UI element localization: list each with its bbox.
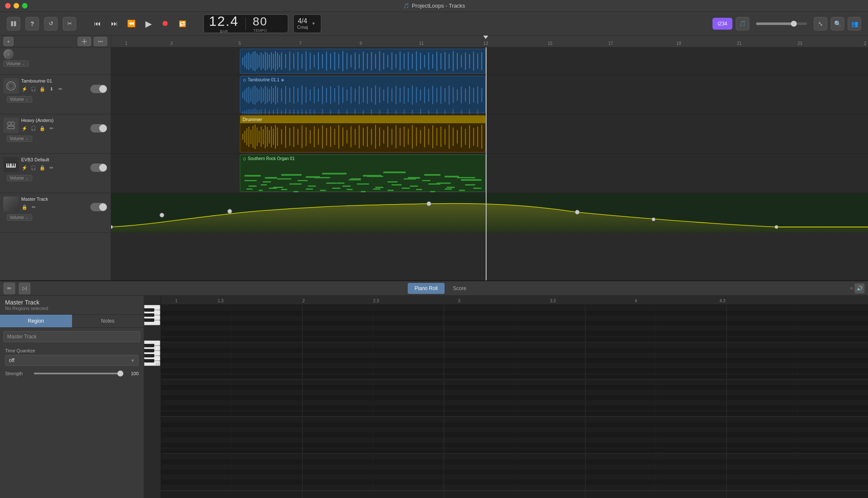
tambourine-volume-btn[interactable]: Volume ⌄: [7, 96, 32, 102]
library-button[interactable]: [7, 17, 20, 30]
key-gb5[interactable]: [144, 318, 154, 322]
evb3-lock-icon[interactable]: 🔒: [39, 164, 46, 171]
master-edit-icon[interactable]: ✏: [30, 204, 37, 210]
evb3-region-row[interactable]: ◇ Southern Rock Organ 01: [111, 154, 868, 193]
svg-rect-231: [334, 129, 335, 145]
svg-rect-320: [416, 189, 422, 190]
tuner-button[interactable]: 🎵: [736, 17, 749, 30]
heavy-edit-icon[interactable]: ✏: [48, 125, 55, 132]
master-lock-icon[interactable]: 🔒: [21, 204, 28, 210]
track-options-button[interactable]: [94, 37, 107, 46]
track-regions-area[interactable]: 1 3 5 7 9 11 13 15 17 19 21 23 2: [111, 36, 868, 280]
tambourine-midi-icon[interactable]: ⚡: [21, 86, 28, 92]
svg-rect-208: [259, 131, 259, 143]
key-ab5[interactable]: [144, 313, 154, 317]
svg-rect-227: [318, 129, 319, 145]
region-tab-button[interactable]: Region: [0, 315, 72, 327]
rewind-button[interactable]: ⏮: [90, 17, 105, 31]
add-track-button[interactable]: +: [3, 37, 14, 46]
key-a3[interactable]: [144, 359, 154, 362]
heavy-headphone-icon[interactable]: 🎧: [30, 125, 37, 132]
tambourine-region[interactable]: ◇ Tambourine 01.1 ⊕: [240, 76, 486, 113]
volume-track-volume-btn[interactable]: Volume ⌄: [3, 61, 29, 67]
heavy-region-row[interactable]: Drummer: [111, 114, 868, 154]
piano-roll-grid[interactable]: 1 1.3 2 2.3 3 3.3 4 4.3: [161, 296, 868, 498]
organ-region[interactable]: ◇ Southern Rock Organ 01: [240, 155, 486, 192]
tracks-section: +: [0, 36, 868, 281]
svg-rect-200: [242, 134, 243, 140]
beat-display: 80 TEMPO: [253, 15, 267, 33]
position-display[interactable]: 12.4 BAR 80 TEMPO: [203, 14, 288, 33]
svg-rect-306: [465, 184, 475, 185]
pr-volume-button[interactable]: 🔊: [854, 283, 865, 293]
key-bb5[interactable]: [144, 308, 154, 312]
heavy-lock-icon[interactable]: 🔒: [39, 125, 46, 132]
undo-button[interactable]: ↺: [44, 17, 58, 30]
tambourine-lock-icon[interactable]: 🔒: [39, 86, 46, 92]
svg-rect-34: [271, 52, 272, 70]
score-tab[interactable]: Score: [446, 283, 473, 294]
svg-rect-138: [408, 88, 409, 102]
maximize-button[interactable]: [22, 3, 28, 8]
heavy-volume-btn[interactable]: Volume ⌄: [7, 136, 32, 142]
volume-automation-row[interactable]: [111, 47, 868, 75]
evb3-edit-icon[interactable]: ✏: [48, 164, 55, 171]
key-db4[interactable]: [144, 349, 154, 352]
smart-control-button[interactable]: i234: [712, 18, 732, 30]
svg-rect-47: [314, 55, 314, 68]
svg-rect-68: [400, 52, 401, 71]
tambourine-edit-icon[interactable]: ✏: [57, 86, 64, 92]
minimize-button[interactable]: [14, 3, 19, 8]
record-button[interactable]: ⏺: [158, 17, 173, 31]
track-edit-button[interactable]: [78, 37, 91, 46]
cycle-button[interactable]: 🔁: [175, 17, 190, 31]
help-button[interactable]: ?: [25, 17, 39, 30]
drummer-region[interactable]: Drummer: [240, 115, 486, 152]
master-mute-toggle[interactable]: [90, 203, 107, 211]
tambourine-region-row[interactable]: ◇ Tambourine 01.1 ⊕: [111, 75, 868, 114]
evb3-mute-toggle[interactable]: [90, 163, 107, 172]
fast-forward-button[interactable]: ⏭: [107, 17, 122, 31]
tambourine-headphone-icon[interactable]: 🎧: [30, 86, 37, 92]
close-button[interactable]: [5, 3, 11, 8]
expand-button[interactable]: ⤡: [814, 17, 827, 30]
evb3-volume-btn[interactable]: Volume ⌄: [7, 175, 32, 181]
svg-rect-84: [465, 53, 466, 70]
svg-rect-229: [326, 128, 327, 146]
svg-rect-130: [375, 86, 376, 105]
cut-button[interactable]: ✂: [63, 17, 76, 30]
svg-rect-238: [363, 128, 364, 146]
piano-roll-tab[interactable]: Piano Roll: [408, 283, 445, 294]
play-button[interactable]: ▶: [141, 17, 156, 31]
pr-time-quantize-select[interactable]: off ▼: [5, 355, 139, 366]
pr-strength-knob[interactable]: [117, 371, 123, 376]
key-b3[interactable]: [144, 354, 154, 357]
svg-rect-29: [261, 53, 262, 70]
tambourine-mute-toggle[interactable]: [90, 85, 107, 93]
time-sig-display[interactable]: 4/4 Cmaj ▼: [293, 14, 321, 33]
svg-rect-102: [269, 89, 270, 101]
evb3-headphone-icon[interactable]: 🎧: [30, 164, 37, 171]
top-audio-region[interactable]: [240, 49, 486, 74]
key-eb4[interactable]: [144, 344, 154, 347]
main-toolbar: ? ↺ ✂ ⏮ ⏭ ⏪ ▶ ⏺ 🔁 12.4 BAR 80 TEMPO 4/4 …: [0, 12, 868, 36]
master-volume-btn[interactable]: Volume ⌄: [7, 214, 32, 221]
users-button[interactable]: 👥: [848, 17, 861, 30]
pr-quantize-button[interactable]: ▷|: [19, 282, 31, 294]
svg-rect-209: [261, 127, 262, 147]
pr-strength-slider[interactable]: [34, 373, 123, 374]
heavy-mute-toggle[interactable]: [90, 124, 107, 133]
master-volume-slider[interactable]: [756, 22, 807, 25]
svg-rect-150: [457, 89, 458, 101]
go-to-start-button[interactable]: ⏪: [124, 17, 139, 31]
master-automation-row[interactable]: [111, 193, 868, 232]
pr-collapse-button[interactable]: ✏: [3, 282, 15, 294]
search-button[interactable]: 🔍: [831, 17, 844, 30]
notes-tab-button[interactable]: Notes: [72, 315, 144, 327]
evb3-midi-icon[interactable]: ⚡: [21, 164, 28, 171]
master-volume-knob[interactable]: [791, 21, 797, 27]
svg-rect-251: [416, 127, 417, 146]
heavy-midi-icon[interactable]: ⚡: [21, 125, 28, 132]
pr-region-name-field[interactable]: Master Track: [3, 331, 140, 342]
tambourine-down-icon[interactable]: ⬇: [48, 86, 55, 92]
